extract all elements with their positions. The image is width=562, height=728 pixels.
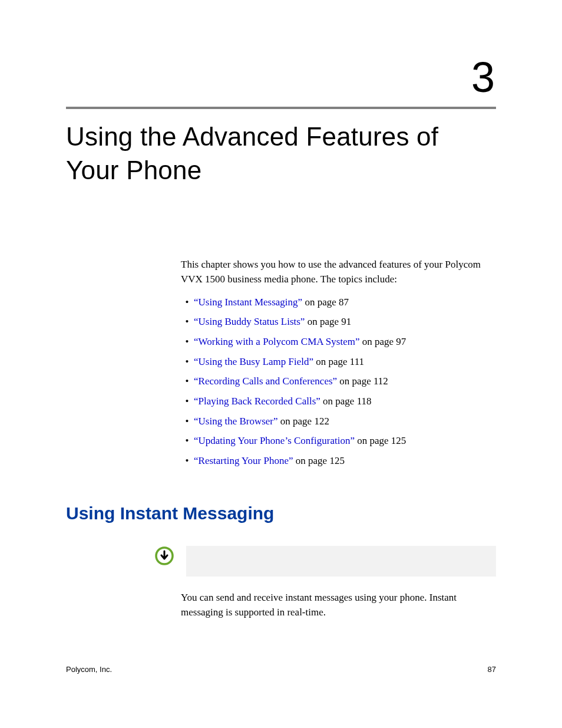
chapter-intro: This chapter shows you how to use the ad… bbox=[181, 258, 496, 468]
xref-link[interactable]: “Using the Browser” bbox=[194, 416, 278, 427]
xref-page: on page 91 bbox=[305, 316, 351, 327]
footer-page-number: 87 bbox=[488, 665, 496, 674]
list-item: “Working with a Polycom CMA System” on p… bbox=[194, 335, 496, 350]
intro-paragraph: This chapter shows you how to use the ad… bbox=[181, 258, 496, 286]
xref-link[interactable]: “Using Buddy Status Lists” bbox=[194, 316, 305, 327]
topic-list: “Using Instant Messaging” on page 87 “Us… bbox=[181, 295, 496, 469]
page: 3 Using the Advanced Features of Your Ph… bbox=[0, 0, 562, 728]
xref-link[interactable]: “Working with a Polycom CMA System” bbox=[194, 336, 359, 347]
chapter-title: Using the Advanced Features of Your Phon… bbox=[66, 120, 496, 187]
xref-page: on page 125 bbox=[293, 455, 345, 466]
section-heading: Using Instant Messaging bbox=[66, 503, 496, 523]
xref-page: on page 97 bbox=[359, 336, 406, 347]
body-paragraph: You can send and receive instant message… bbox=[181, 591, 496, 620]
list-item: “Using Instant Messaging” on page 87 bbox=[194, 295, 496, 310]
xref-page: on page 118 bbox=[320, 396, 372, 407]
list-item: “Using Buddy Status Lists” on page 91 bbox=[194, 315, 496, 330]
xref-page: on page 111 bbox=[313, 356, 364, 367]
list-item: “Playing Back Recorded Calls” on page 11… bbox=[194, 394, 496, 409]
xref-link[interactable]: “Playing Back Recorded Calls” bbox=[194, 396, 320, 407]
note-callout bbox=[154, 546, 496, 577]
list-item: “Updating Your Phone’s Configuration” on… bbox=[194, 434, 496, 449]
xref-link[interactable]: “Using Instant Messaging” bbox=[194, 297, 302, 308]
xref-link[interactable]: “Recording Calls and Conferences” bbox=[194, 375, 337, 387]
xref-link[interactable]: “Using the Busy Lamp Field” bbox=[194, 356, 313, 367]
chapter-number: 3 bbox=[66, 56, 496, 98]
list-item: “Using the Browser” on page 122 bbox=[194, 414, 496, 429]
xref-page: on page 87 bbox=[302, 297, 349, 308]
page-footer: Polycom, Inc. 87 bbox=[66, 665, 496, 674]
xref-link[interactable]: “Updating Your Phone’s Configuration” bbox=[194, 435, 355, 446]
list-item: “Using the Busy Lamp Field” on page 111 bbox=[194, 355, 496, 370]
list-item: “Recording Calls and Conferences” on pag… bbox=[194, 374, 496, 389]
xref-page: on page 112 bbox=[337, 375, 388, 387]
chapter-rule bbox=[66, 107, 496, 109]
list-item: “Restarting Your Phone” on page 125 bbox=[194, 454, 496, 469]
xref-page: on page 122 bbox=[278, 416, 329, 427]
footer-left: Polycom, Inc. bbox=[66, 665, 112, 674]
down-arrow-icon bbox=[154, 546, 174, 566]
section-body: You can send and receive instant message… bbox=[181, 591, 496, 620]
note-box bbox=[186, 546, 496, 577]
xref-link[interactable]: “Restarting Your Phone” bbox=[194, 455, 293, 466]
xref-page: on page 125 bbox=[355, 435, 406, 446]
